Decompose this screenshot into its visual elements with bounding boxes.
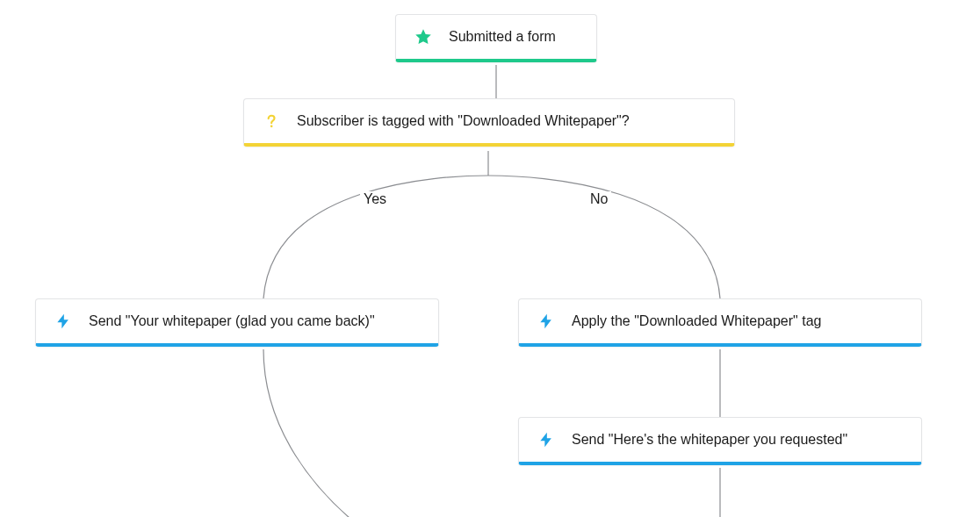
action-node-apply-tag[interactable]: Apply the "Downloaded Whitepaper" tag <box>518 298 922 347</box>
question-icon <box>262 111 281 131</box>
star-icon <box>414 27 433 47</box>
workflow-canvas[interactable]: Submitted a form Subscriber is tagged wi… <box>0 0 980 517</box>
condition-label: Subscriber is tagged with "Downloaded Wh… <box>297 113 630 129</box>
bolt-icon <box>537 312 556 331</box>
branch-label-yes: Yes <box>360 191 390 207</box>
action-label: Apply the "Downloaded Whitepaper" tag <box>572 313 821 329</box>
bolt-icon <box>537 430 556 449</box>
action-node-send-returning[interactable]: Send "Your whitepaper (glad you came bac… <box>35 298 439 347</box>
action-node-send-whitepaper[interactable]: Send "Here's the whitepaper you requeste… <box>518 417 922 465</box>
action-label: Send "Your whitepaper (glad you came bac… <box>89 313 375 329</box>
branch-label-no: No <box>587 191 611 207</box>
condition-node[interactable]: Subscriber is tagged with "Downloaded Wh… <box>243 98 735 147</box>
action-label: Send "Here's the whitepaper you requeste… <box>572 432 847 448</box>
trigger-node[interactable]: Submitted a form <box>395 14 597 62</box>
trigger-label: Submitted a form <box>449 29 556 45</box>
svg-point-0 <box>270 126 273 128</box>
bolt-icon <box>54 312 73 331</box>
